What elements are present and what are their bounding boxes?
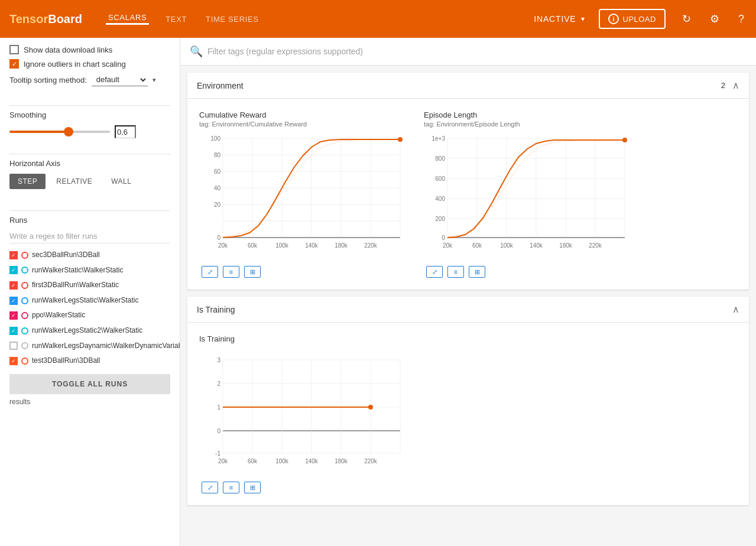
svg-text:3: 3 — [217, 357, 220, 363]
run-4-checkbox[interactable] — [9, 297, 18, 305]
run-3-checkbox[interactable] — [9, 281, 18, 290]
run-6-checkbox[interactable] — [9, 327, 18, 335]
svg-text:180k: 180k — [335, 242, 348, 249]
toggle-all-runs-button[interactable]: TOGGLE ALL RUNS — [9, 374, 170, 394]
episode-length-title: Episode Length — [424, 110, 634, 119]
cumulative-reward-tag: tag: Environment/Cumulative Reward — [199, 121, 410, 128]
divider-1 — [9, 105, 170, 106]
is-training-section: Is Training ∧ Is Training — [187, 297, 749, 505]
chevron-up-icon-2: ∧ — [732, 304, 739, 315]
fit-episode-button[interactable]: ⊞ — [469, 266, 485, 278]
run-item-7[interactable]: runWalkerLegsDaynamic\WalkerDynamicVaria… — [9, 342, 170, 351]
run-1-checkbox[interactable] — [9, 251, 18, 259]
run-7-dot — [21, 342, 28, 349]
is-training-svg: 3 2 1 0 -1 20k 60k 100k 140k 180k 220k — [199, 348, 406, 478]
svg-text:100: 100 — [210, 135, 220, 142]
axis-buttons: STEP RELATIVE WALL — [9, 174, 170, 189]
svg-text:220k: 220k — [589, 242, 602, 249]
ignore-outliers-row: Ignore outliers in chart scaling — [9, 59, 170, 69]
data-table-is-training-button[interactable]: ≡ — [223, 482, 239, 493]
tooltip-sorting-row: Tooltip sorting method: default ascendin… — [9, 73, 170, 86]
svg-text:20: 20 — [214, 202, 221, 208]
axis-step-button[interactable]: STEP — [9, 174, 46, 189]
run-item-8[interactable]: test3DBallRun\3DBall — [9, 356, 170, 366]
environment-charts-grid: Cumulative Reward tag: Environment/Cumul… — [187, 99, 749, 290]
run-8-dot — [21, 358, 28, 365]
run-8-checkbox[interactable] — [9, 357, 18, 365]
svg-text:800: 800 — [435, 155, 445, 162]
show-download-checkbox[interactable] — [9, 45, 19, 54]
data-table-button[interactable]: ≡ — [223, 266, 239, 278]
svg-text:1: 1 — [217, 404, 220, 411]
logo-board: Board — [48, 12, 82, 25]
run-2-label: runWalkerStatic\WalkerStatic — [32, 266, 123, 275]
run-item-4[interactable]: runWalkerLegsStatic\WalkerStatic — [9, 296, 170, 306]
refresh-button[interactable]: ↻ — [680, 10, 693, 28]
svg-text:60k: 60k — [248, 242, 258, 249]
help-button[interactable]: ? — [736, 11, 747, 28]
fit-is-training-button[interactable]: ⊞ — [244, 482, 261, 493]
run-item-3[interactable]: first3DBallRun\WalkerStatic — [9, 281, 170, 290]
run-item-1[interactable]: sec3DBallRun\3DBall — [9, 251, 170, 260]
run-5-label: ppo\WalkerStatic — [32, 311, 85, 320]
main-content: 🔍 Environment 2 ∧ Cumulative Reward tag:… — [180, 38, 756, 546]
run-7-checkbox[interactable] — [9, 342, 18, 350]
smoothing-slider[interactable] — [9, 131, 110, 133]
episode-length-chart-card: Episode Length tag: Environment/Episode … — [417, 103, 641, 285]
svg-text:1e+3: 1e+3 — [431, 135, 445, 142]
is-training-actions: ⤢ ≡ ⊞ — [199, 482, 410, 493]
smoothing-label: Smoothing — [9, 110, 170, 119]
run-6-dot — [21, 327, 28, 334]
run-2-checkbox[interactable] — [9, 266, 18, 274]
app-logo: TensorBoard — [9, 12, 82, 26]
ignore-outliers-checkbox[interactable] — [9, 59, 19, 69]
nav-scalars[interactable]: SCALARS — [106, 13, 149, 25]
svg-text:0: 0 — [442, 235, 445, 241]
is-training-section-header[interactable]: Is Training ∧ — [187, 297, 749, 323]
svg-text:220k: 220k — [364, 458, 378, 464]
svg-text:140k: 140k — [305, 242, 319, 249]
nav-time-series[interactable]: TIME SERIES — [203, 15, 261, 24]
run-4-label: runWalkerLegsStatic\WalkerStatic — [32, 296, 139, 306]
svg-text:600: 600 — [435, 176, 445, 182]
settings-button[interactable]: ⚙ — [708, 10, 722, 28]
expand-is-training-button[interactable]: ⤢ — [202, 482, 218, 493]
ignore-outliers-label: Ignore outliers in chart scaling — [24, 60, 126, 69]
data-table-episode-button[interactable]: ≡ — [447, 266, 464, 278]
svg-text:60k: 60k — [248, 458, 258, 464]
run-5-checkbox[interactable] — [9, 311, 18, 320]
expand-episode-button[interactable]: ⤢ — [426, 266, 443, 278]
tag-filter-input[interactable] — [207, 47, 747, 56]
episode-length-tag: tag: Environment/Episode Length — [424, 121, 634, 128]
run-5-dot — [21, 312, 28, 319]
run-3-dot — [21, 282, 28, 289]
runs-section: Runs sec3DBallRun\3DBall runWalkerStatic… — [9, 216, 170, 406]
svg-text:180k: 180k — [335, 458, 348, 464]
run-3-label: first3DBallRun\WalkerStatic — [32, 281, 119, 290]
environment-section-header[interactable]: Environment 2 ∧ — [187, 73, 749, 99]
display-options: Show data download links Ignore outliers… — [9, 45, 170, 93]
episode-length-actions: ⤢ ≡ ⊞ — [424, 266, 634, 278]
smoothing-value-input[interactable] — [115, 125, 136, 138]
sidebar: Show data download links Ignore outliers… — [0, 38, 180, 546]
main-layout: Show data download links Ignore outliers… — [0, 38, 756, 546]
status-dropdown[interactable]: INACTIVE ▾ — [534, 14, 585, 24]
cumulative-reward-actions: ⤢ ≡ ⊞ — [199, 266, 410, 278]
logo-tensor: Tensor — [9, 12, 48, 25]
fit-chart-button[interactable]: ⊞ — [244, 266, 261, 278]
upload-button[interactable]: i UPLOAD — [599, 9, 666, 29]
nav-text[interactable]: TEXT — [163, 15, 189, 24]
tooltip-sorting-select[interactable]: default ascending descending nearest — [92, 73, 148, 86]
run-item-2[interactable]: runWalkerStatic\WalkerStatic — [9, 266, 170, 275]
svg-text:40: 40 — [214, 185, 221, 191]
svg-text:20k: 20k — [218, 242, 228, 249]
run-7-label: runWalkerLegsDaynamic\WalkerDynamicVaria… — [32, 342, 180, 351]
expand-chart-button[interactable]: ⤢ — [202, 266, 218, 278]
run-item-6[interactable]: runWalkerLegsStatic2\WalkerStatic — [9, 326, 170, 336]
is-training-section-title: Is Training — [197, 305, 235, 314]
axis-relative-button[interactable]: RELATIVE — [48, 174, 100, 189]
run-2-dot — [21, 266, 28, 274]
run-item-5[interactable]: ppo\WalkerStatic — [9, 311, 170, 320]
axis-wall-button[interactable]: WALL — [103, 174, 139, 189]
runs-filter-input[interactable] — [9, 229, 170, 243]
